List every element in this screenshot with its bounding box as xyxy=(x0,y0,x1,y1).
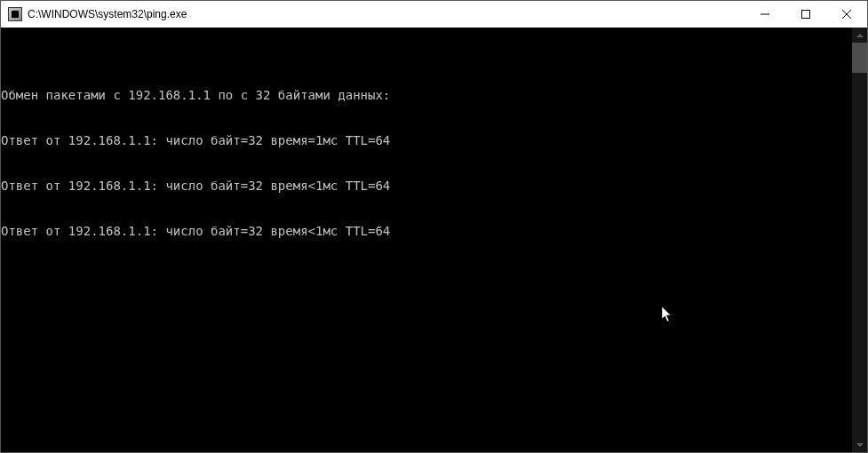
close-button[interactable] xyxy=(826,1,867,28)
scroll-thumb[interactable] xyxy=(852,43,867,73)
window-controls xyxy=(745,1,867,28)
vertical-scrollbar[interactable] xyxy=(852,28,867,452)
console-wrapper: Обмен пакетами с 192.168.1.1 по с 32 бай… xyxy=(1,28,867,452)
app-icon xyxy=(8,7,22,21)
console-line: Ответ от 192.168.1.1: число байт=32 врем… xyxy=(1,179,852,194)
console-output[interactable]: Обмен пакетами с 192.168.1.1 по с 32 бай… xyxy=(1,28,852,452)
close-icon xyxy=(842,10,851,19)
minimize-button[interactable] xyxy=(745,1,785,28)
maximize-button[interactable] xyxy=(785,1,826,28)
maximize-icon xyxy=(801,10,810,19)
svg-rect-1 xyxy=(802,11,810,19)
console-line: Ответ от 192.168.1.1: число байт=32 врем… xyxy=(1,224,852,239)
titlebar[interactable]: C:\WINDOWS\system32\ping.exe xyxy=(1,1,867,28)
scroll-up-button[interactable] xyxy=(852,28,867,43)
minimize-icon xyxy=(760,10,769,19)
console-line: Ответ от 192.168.1.1: число байт=32 врем… xyxy=(1,133,852,148)
scroll-down-button[interactable] xyxy=(852,437,867,452)
console-window: C:\WINDOWS\system32\ping.exe xyxy=(0,0,868,453)
window-title: C:\WINDOWS\system32\ping.exe xyxy=(28,8,745,20)
console-line: Обмен пакетами с 192.168.1.1 по с 32 бай… xyxy=(1,88,852,103)
